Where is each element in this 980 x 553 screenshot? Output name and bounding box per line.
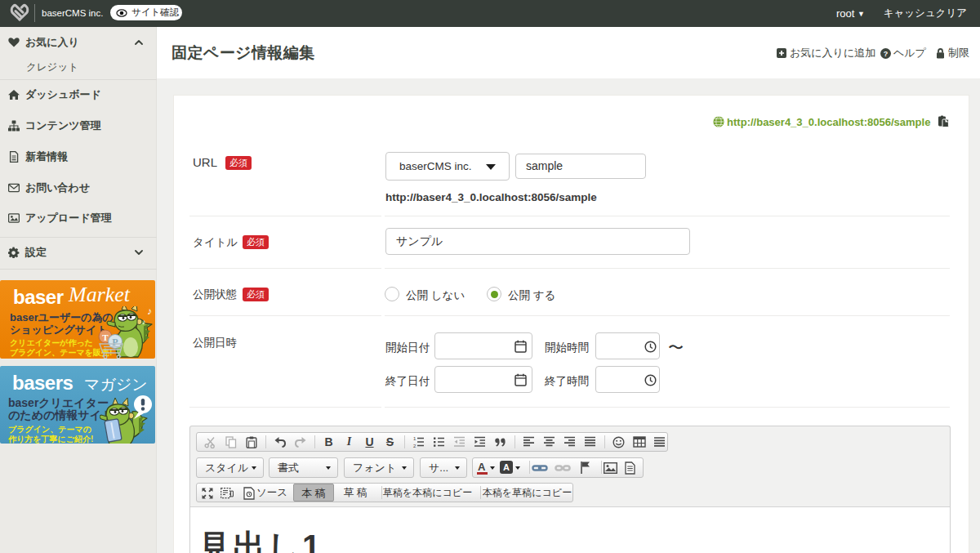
svg-text:1: 1: [413, 436, 416, 441]
svg-text:P: P: [112, 337, 118, 348]
svg-text:♪: ♪: [142, 318, 146, 326]
svg-text:2: 2: [413, 444, 416, 448]
svg-text:♪: ♪: [147, 306, 152, 317]
svg-text:?: ?: [884, 49, 889, 57]
